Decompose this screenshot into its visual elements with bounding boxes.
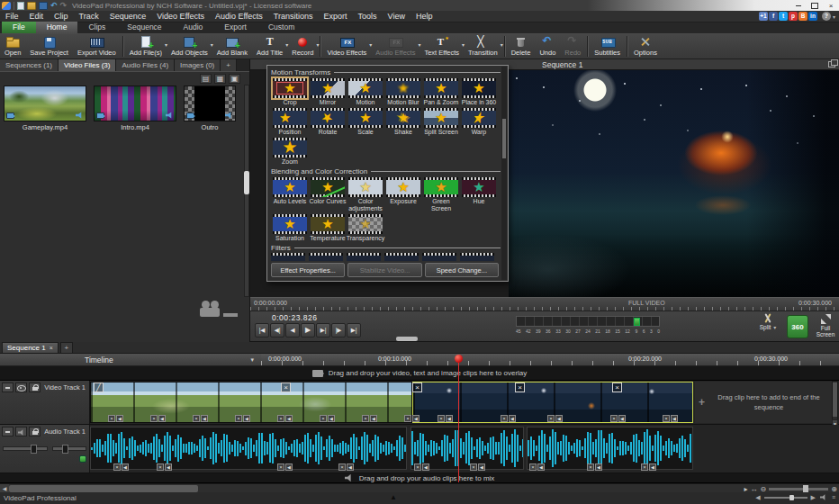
menu-edit[interactable]: Edit	[24, 11, 50, 22]
clip-effect-icon[interactable]: ×	[113, 464, 121, 471]
effect-split-screen[interactable]: ★Split Screen	[422, 107, 460, 137]
tab-audio[interactable]: Audio	[173, 22, 214, 33]
open-button[interactable]: Open	[0, 34, 25, 58]
media-thumbnail[interactable]	[94, 86, 176, 122]
close-button[interactable]: ×	[823, 0, 839, 11]
clip-effect-icon[interactable]: ×	[501, 415, 508, 422]
clip-fade-icon[interactable]: ◀	[158, 415, 166, 422]
options-button[interactable]: Options	[629, 34, 662, 58]
clip-fade-icon[interactable]: ◀	[671, 415, 678, 422]
clip-fade-icon[interactable]: ◀	[285, 415, 293, 422]
media-tab-item[interactable]: +	[221, 59, 237, 71]
menu-track[interactable]: Track	[74, 11, 104, 22]
nudge-left-icon[interactable]: ◀	[755, 494, 760, 501]
clip-fade-icon[interactable]: ◀	[478, 464, 485, 471]
media-thumbnail[interactable]	[4, 86, 86, 122]
collapse-handle-icon[interactable]: ▲	[390, 493, 397, 501]
tab-clips[interactable]: Clips	[77, 22, 116, 33]
status-slider[interactable]	[764, 497, 807, 499]
clip-fade-icon[interactable]: ◀	[122, 464, 129, 471]
app-icon[interactable]	[2, 2, 11, 10]
video-effects-button[interactable]: Video Effects▾	[322, 34, 371, 58]
clip-effect-icon[interactable]: ×	[641, 464, 648, 471]
clip-fade-icon[interactable]: ◀	[328, 415, 335, 422]
menu-tools[interactable]: Tools	[353, 11, 383, 22]
track-visibility-button[interactable]	[15, 382, 27, 392]
effect-properties-button[interactable]: Effect Properties...	[271, 263, 345, 277]
transition-icon[interactable]: ╱	[94, 382, 104, 392]
add-objects-button[interactable]: Add Objects▾	[167, 34, 212, 58]
current-timecode[interactable]: 0:00:23.826	[272, 313, 317, 322]
clip-fade-icon[interactable]: ◀	[595, 464, 602, 471]
effect-temperature[interactable]: ★Temperature	[309, 213, 347, 243]
media-tab-audio-files-4[interactable]: Audio Files (4)	[116, 59, 175, 71]
tab-export[interactable]: Export	[213, 22, 257, 33]
close-icon[interactable]: ×	[50, 343, 53, 353]
new-project-icon[interactable]	[17, 2, 24, 10]
menu-sequence[interactable]: Sequence	[104, 11, 152, 22]
speed-change-button[interactable]: Speed Change...	[425, 263, 499, 277]
go-to-start-button[interactable]: |◀	[255, 323, 269, 338]
transition-button[interactable]: Transition▾	[464, 34, 502, 58]
status-slider-thumb[interactable]	[789, 495, 794, 500]
effect-color-curves[interactable]: ★Color Curves	[309, 176, 347, 213]
transition-icon[interactable]: ×	[281, 382, 291, 392]
effect-mirror[interactable]: ★Mirror	[309, 77, 347, 107]
clip-fade-icon[interactable]: ◀	[509, 415, 516, 422]
clip-effect-icon[interactable]: ×	[587, 464, 594, 471]
text-effects-button[interactable]: Text Effects▾	[420, 34, 464, 58]
split-button[interactable]: Split ▾	[753, 313, 783, 340]
preview-seekbar[interactable]: 0:00:00.000 FULL VIDEO 0:00:30.000	[250, 297, 839, 311]
clip-fade-icon[interactable]: ◀	[347, 464, 354, 471]
clip-fade-icon[interactable]: ◀	[116, 415, 123, 422]
collapse-track-button[interactable]	[2, 427, 14, 436]
timeline-mode-selector[interactable]: Timeline ▾	[0, 354, 261, 366]
delete-button[interactable]: Delete	[507, 34, 536, 58]
export-video-button[interactable]: Export Video	[73, 34, 121, 58]
scrollbar-thumb[interactable]	[502, 119, 506, 158]
clip-effect-icon[interactable]: ×	[235, 415, 242, 422]
effect-motion[interactable]: ★Motion	[347, 77, 384, 107]
previous-frame-button[interactable]: ◀|	[270, 323, 284, 338]
go-to-end-button[interactable]: ▶|	[347, 323, 361, 338]
clip-effect-icon[interactable]: ×	[362, 415, 369, 422]
tab-custom[interactable]: Custom	[257, 22, 305, 33]
clip-effect-icon[interactable]: ×	[150, 415, 158, 422]
minimize-button[interactable]	[790, 0, 807, 11]
save-icon[interactable]	[39, 2, 48, 10]
linkedin-icon[interactable]: in	[808, 12, 817, 21]
menu-help[interactable]: Help	[410, 11, 438, 22]
tab-home[interactable]: Home	[36, 22, 78, 33]
track-lock-button[interactable]	[29, 427, 41, 436]
effect-auto-levels[interactable]: ★Auto Levels	[271, 176, 309, 213]
audio-clip[interactable]	[90, 427, 407, 470]
clip-effect-icon[interactable]: ×	[610, 415, 618, 422]
clip-effect-icon[interactable]: ×	[338, 464, 346, 471]
pan-slider-thumb[interactable]	[62, 445, 68, 454]
playhead-line[interactable]	[458, 359, 459, 482]
timeline-horizontal-scrollbar[interactable]: ◀ ▸ ↔ ⊖ ⊕	[0, 483, 839, 492]
pinterest-icon[interactable]: p	[789, 12, 798, 21]
add-file-s-button[interactable]: Add File(s)▾	[125, 34, 167, 58]
play-button[interactable]: ▶	[301, 323, 315, 338]
clip-effect-icon[interactable]: ×	[663, 415, 670, 422]
media-tab-sequences-1[interactable]: Sequences (1)	[0, 59, 59, 71]
menu-file[interactable]: File	[0, 11, 24, 22]
menu-audio-effects[interactable]: Audio Effects	[210, 11, 268, 22]
subtitles-button[interactable]: Subtitles	[590, 34, 625, 58]
media-item[interactable]: Outro	[184, 86, 236, 131]
media-thumbnail[interactable]	[184, 86, 236, 122]
transition-icon[interactable]: ×	[412, 382, 422, 392]
effects-popup-scrollbar[interactable]	[501, 67, 507, 280]
speaker-icon[interactable]	[820, 494, 827, 500]
media-item[interactable]: Gameplay.mp4	[4, 86, 86, 131]
clip-effect-icon[interactable]: ×	[193, 415, 200, 422]
effect-rotate[interactable]: ★Rotate	[309, 107, 347, 137]
menu-export[interactable]: Export	[319, 11, 353, 22]
zoom-slider[interactable]	[769, 488, 828, 490]
effect-place-in-360[interactable]: ★Place in 360	[460, 77, 498, 107]
effect-hue[interactable]: ★Hue	[460, 176, 498, 213]
like-icon[interactable]: +1	[759, 12, 768, 21]
clip-effect-icon[interactable]: ×	[404, 415, 411, 422]
rewind-button[interactable]: ◀	[285, 323, 300, 338]
